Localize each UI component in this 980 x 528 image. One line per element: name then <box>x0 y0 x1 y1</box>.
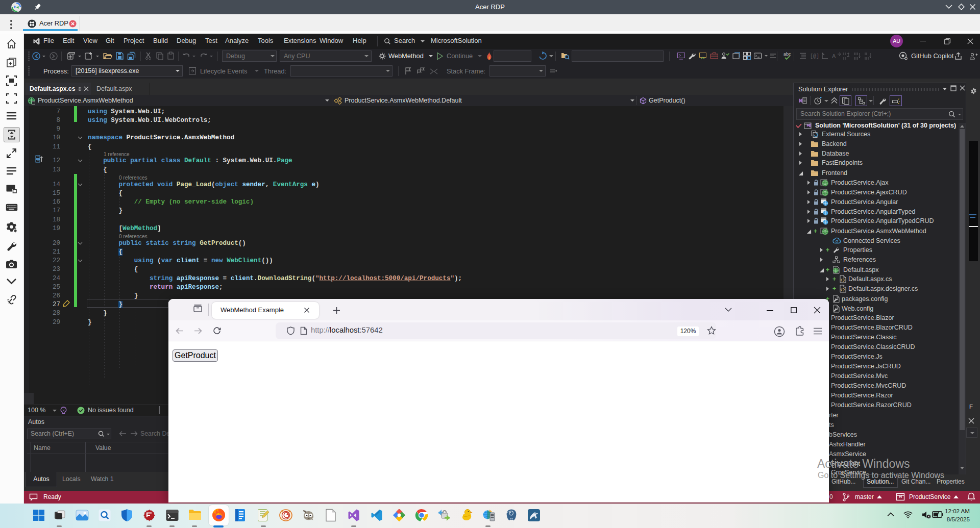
svg-text:!: ! <box>905 57 906 60</box>
svg-text:[@]: [@] <box>810 54 819 59</box>
svg-text:abc: abc <box>783 52 791 57</box>
svg-text:A: A <box>832 53 836 59</box>
